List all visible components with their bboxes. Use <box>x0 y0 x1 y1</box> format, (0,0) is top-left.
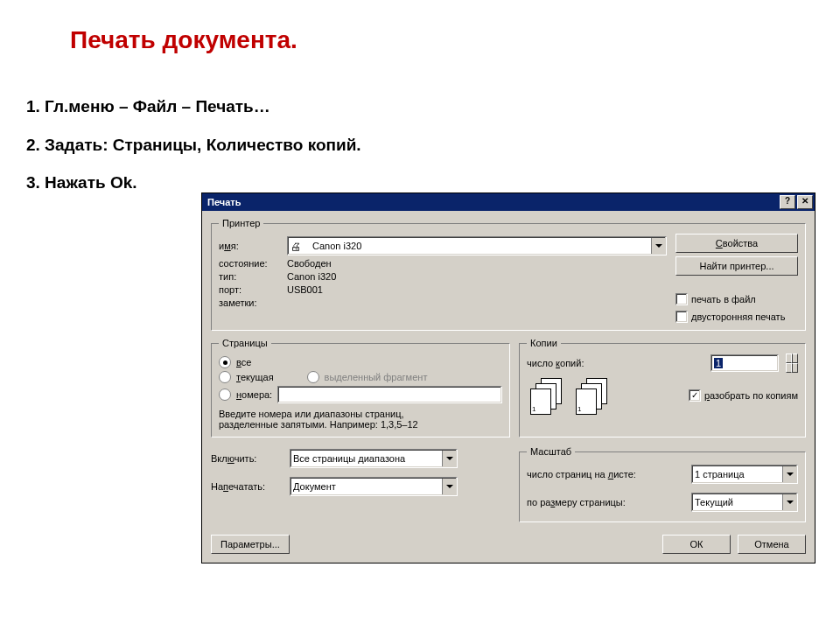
pages-per-sheet-combo[interactable]: 1 страница <box>691 465 798 484</box>
radio-icon <box>219 371 231 383</box>
fit-to-page-combo[interactable]: Текущий <box>691 493 798 512</box>
ok-button[interactable]: ОК <box>662 535 731 554</box>
checkbox-icon: ✓ <box>689 389 701 402</box>
chevron-down-icon[interactable] <box>442 479 457 494</box>
checkbox-icon <box>676 311 688 323</box>
pages-numbers-input[interactable] <box>277 386 502 403</box>
instructions-list: 1. Гл.меню – Файл – Печать… 2. Задать: С… <box>26 88 361 202</box>
printer-state-label: состояние: <box>219 258 287 269</box>
duplex-label: двусторонняя печать <box>691 312 785 322</box>
copies-count-label: число копий: <box>527 358 584 368</box>
print-dialog: Печать ? ✕ Принтер имя: Canon i320 <box>201 192 816 564</box>
collate-illustration: 3 2 1 3 2 1 <box>530 378 606 411</box>
cancel-button[interactable]: Отмена <box>738 535 806 554</box>
collate-label: разобрать по копиям <box>704 390 798 401</box>
print-what-value: Документ <box>290 479 442 494</box>
pages-per-sheet-label: число страниц на листе: <box>527 469 691 480</box>
chevron-down-icon[interactable] <box>782 466 797 482</box>
radio-icon <box>219 356 231 368</box>
pages-all-label: все <box>236 357 251 368</box>
pages-all-radio[interactable]: все <box>219 356 502 368</box>
dialog-title: Печать <box>207 197 241 207</box>
print-to-file-checkbox[interactable]: печать в файл <box>676 293 798 305</box>
printer-group: Принтер имя: Canon i320 состояние:Свобод… <box>211 218 806 331</box>
dialog-titlebar[interactable]: Печать ? ✕ <box>202 193 815 211</box>
radio-icon <box>307 371 319 383</box>
copies-spinner[interactable] <box>786 354 798 373</box>
chevron-down-icon[interactable] <box>651 238 666 254</box>
print-to-file-label: печать в файл <box>691 294 756 304</box>
pages-group: Страницы все текущая выделенный фрагмент… <box>211 338 510 438</box>
pages-hint: Введите номера или диапазоны страниц, ра… <box>219 409 502 430</box>
printer-name-value: Canon i320 <box>310 238 651 254</box>
help-button[interactable]: ? <box>780 195 795 209</box>
chevron-down-icon[interactable] <box>782 494 797 510</box>
page-title: Печать документа. <box>70 26 298 54</box>
properties-button[interactable]: Свойства <box>676 234 798 253</box>
radio-icon <box>219 388 231 401</box>
printer-name-combo[interactable]: Canon i320 <box>287 236 667 256</box>
duplex-checkbox[interactable]: двусторонняя печать <box>676 311 798 323</box>
spin-down-icon[interactable] <box>786 363 798 373</box>
chevron-down-icon[interactable] <box>442 451 457 466</box>
include-combo[interactable]: Все страницы диапазона <box>290 449 458 468</box>
printer-legend: Принтер <box>219 218 263 228</box>
instruction-1: 1. Гл.меню – Файл – Печать… <box>26 88 361 126</box>
scale-legend: Масштаб <box>527 446 575 457</box>
fit-to-page-value: Текущий <box>692 494 782 510</box>
include-value: Все страницы диапазона <box>290 451 442 466</box>
copies-count-input[interactable]: 1 <box>710 354 779 372</box>
pages-numbers-radio[interactable]: номера: <box>219 386 502 403</box>
print-what-combo[interactable]: Документ <box>290 477 458 496</box>
spin-up-icon[interactable] <box>786 354 798 363</box>
checkbox-icon <box>676 293 688 305</box>
printer-port-value: USB001 <box>287 284 323 295</box>
close-button[interactable]: ✕ <box>797 195 813 209</box>
pages-current-radio[interactable]: текущая <box>236 372 274 382</box>
printer-state-value: Свободен <box>287 258 332 269</box>
options-button[interactable]: Параметры... <box>211 535 290 554</box>
instruction-2: 2. Задать: Страницы, Количество копий. <box>26 126 361 164</box>
collate-checkbox[interactable]: ✓ разобрать по копиям <box>689 389 798 402</box>
fit-to-page-label: по размеру страницы: <box>527 497 691 508</box>
printer-port-label: порт: <box>219 284 287 295</box>
printer-type-value: Canon i320 <box>287 271 336 282</box>
printer-notes-label: заметки: <box>219 298 287 308</box>
printer-name-label: имя: <box>219 241 287 251</box>
pages-legend: Страницы <box>219 338 271 348</box>
pages-numbers-label: номера: <box>236 389 272 400</box>
printer-type-label: тип: <box>219 271 287 282</box>
print-what-label: Напечатать: <box>211 481 290 492</box>
pages-per-sheet-value: 1 страница <box>692 466 782 482</box>
scale-group: Масштаб число страниц на листе: 1 страни… <box>519 446 806 522</box>
copies-group: Копии число копий: 1 3 2 1 <box>519 338 806 438</box>
include-label: Включить: <box>211 453 290 464</box>
copies-legend: Копии <box>527 338 561 348</box>
find-printer-button[interactable]: Найти принтер... <box>676 256 798 276</box>
pages-selection-radio: выделенный фрагмент <box>325 372 428 382</box>
printer-icon <box>290 241 306 253</box>
